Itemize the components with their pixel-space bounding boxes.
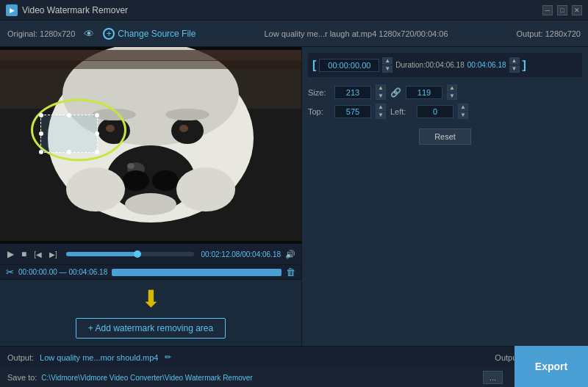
start-time-up[interactable]: ▲ [382, 57, 392, 65]
width-input[interactable] [334, 86, 371, 99]
edit-icon[interactable]: ✏ [165, 352, 171, 362]
left-spinner: ▲ ▼ [458, 104, 468, 119]
right-bracket: ] [523, 59, 526, 72]
time-display: 00:02:12.08/00:04:06.18 [201, 250, 281, 258]
browse-button[interactable]: ... [483, 371, 503, 384]
handle-ml[interactable] [39, 131, 43, 136]
width-down[interactable]: ▼ [376, 93, 386, 100]
content-area: ▶ ■ [◀ ▶] 00:02:12.08/00:04:06.18 🔊 ✂ 00… [0, 47, 588, 387]
progress-fill [66, 252, 137, 256]
handle-mr[interactable] [95, 131, 99, 136]
start-time-input[interactable] [319, 59, 379, 72]
save-path: C:\Vidmore\Vidmore Video Converter\Video… [41, 374, 478, 382]
svg-point-15 [165, 109, 209, 120]
handle-br[interactable] [95, 150, 99, 154]
export-button[interactable]: Export [514, 346, 588, 387]
size-row: Size: ▲ ▼ 🔗 ▲ ▼ [308, 84, 582, 100]
position-row: Top: ▲ ▼ Left: ▲ ▼ [308, 104, 582, 119]
left-up[interactable]: ▲ [458, 104, 468, 111]
plus-circle-icon: + [103, 28, 115, 40]
save-bar: Save to: C:\Vidmore\Vidmore Video Conver… [0, 368, 588, 387]
right-panel: [ ▲ ▼ Duration:00:04:06.18 00:04:06.18 ▲… [301, 47, 588, 346]
height-up[interactable]: ▲ [447, 84, 457, 92]
bottom-left-panel: ⬇ + Add watermark removing area [0, 279, 301, 346]
height-input[interactable] [406, 86, 442, 99]
top-label: Top: [308, 107, 330, 116]
eye-icon[interactable]: 👁 [84, 28, 94, 40]
handle-tr[interactable] [95, 113, 99, 117]
left-input[interactable] [417, 105, 453, 118]
width-spinner: ▲ ▼ [376, 84, 386, 100]
left-bracket: [ [312, 59, 316, 72]
start-time-down[interactable]: ▼ [382, 65, 392, 73]
svg-point-11 [171, 117, 204, 144]
bottom-bar: Output: Low quality me...mor should.mp4 … [0, 346, 588, 368]
controls-row: ▶ ■ [◀ ▶] 00:02:12.08/00:04:06.18 🔊 [0, 244, 301, 264]
end-time-up[interactable]: ▲ [509, 57, 520, 65]
window-controls: ─ □ ✕ [542, 5, 582, 15]
frame-back-button[interactable]: [◀ [32, 250, 43, 258]
stop-button[interactable]: ■ [20, 249, 28, 259]
close-button[interactable]: ✕ [572, 5, 582, 15]
minimize-button[interactable]: ─ [542, 5, 553, 15]
app-icon: ▶ [6, 4, 18, 16]
time-range-row: [ ▲ ▼ Duration:00:04:06.18 00:04:06.18 ▲… [308, 53, 582, 77]
selection-box[interactable] [40, 115, 98, 153]
handle-bl[interactable] [39, 150, 43, 154]
top-down[interactable]: ▼ [376, 112, 386, 119]
top-input[interactable] [334, 105, 371, 118]
volume-icon[interactable]: 🔊 [285, 250, 295, 259]
height-spinner: ▲ ▼ [447, 84, 457, 100]
handle-bm[interactable] [67, 150, 71, 154]
middle-section: ▶ ■ [◀ ▶] 00:02:12.08/00:04:06.18 🔊 ✂ 00… [0, 47, 588, 346]
height-down[interactable]: ▼ [447, 93, 457, 100]
start-time-spinner: ▲ ▼ [382, 57, 392, 73]
handle-tm[interactable] [67, 113, 71, 117]
add-watermark-area-button[interactable]: + Add watermark removing area [76, 318, 226, 339]
app-title: Video Watermark Remover [22, 5, 542, 15]
segment-time: 00:00:00.00 — 00:04:06.18 [18, 268, 107, 276]
segment-icon: ✂ [6, 267, 14, 278]
change-source-label: Change Source File [118, 29, 196, 39]
output-label: Output: [7, 353, 34, 362]
progress-thumb [134, 250, 141, 258]
progress-bar[interactable] [66, 252, 194, 256]
link-icon[interactable]: 🔗 [390, 87, 401, 98]
file-info: Low quality me...r laugh at.mp4 1280x720… [204, 29, 507, 38]
change-source-button[interactable]: + Change Source File [103, 28, 196, 40]
arrow-down-icon: ⬇ [141, 287, 161, 311]
maximize-button[interactable]: □ [557, 5, 567, 15]
end-time-down[interactable]: ▼ [509, 65, 520, 73]
param-rows: Size: ▲ ▼ 🔗 ▲ ▼ Top: [308, 82, 582, 148]
svg-point-16 [66, 167, 125, 211]
end-time-spinner: ▲ ▼ [509, 57, 520, 73]
reset-button[interactable]: Reset [419, 129, 471, 145]
output-info: Output: 1280x720 [517, 29, 581, 38]
segment-bar: ✂ 00:00:00.00 — 00:04:06.18 🗑 [0, 264, 301, 279]
original-label: Original: 1280x720 [7, 29, 75, 38]
duration-label: Duration:00:04:06.18 [395, 61, 464, 69]
svg-rect-20 [0, 60, 301, 69]
play-button[interactable]: ▶ [6, 249, 15, 259]
svg-point-7 [127, 163, 135, 169]
left-section: ▶ ■ [◀ ▶] 00:02:12.08/00:04:06.18 🔊 ✂ 00… [0, 47, 301, 346]
frame-forward-button[interactable]: ▶] [48, 250, 59, 258]
delete-icon[interactable]: 🗑 [286, 267, 295, 278]
size-label: Size: [308, 88, 330, 97]
duration-value: 00:04:06.18 [467, 61, 506, 69]
top-up[interactable]: ▲ [376, 104, 386, 111]
output-file: Low quality me...mor should.mp4 [40, 353, 158, 362]
left-label: Left: [390, 107, 412, 116]
handle-tl[interactable] [39, 113, 43, 117]
width-up[interactable]: ▲ [376, 84, 386, 92]
svg-point-9 [152, 170, 179, 191]
top-spinner: ▲ ▼ [376, 104, 386, 119]
svg-point-17 [176, 167, 235, 211]
svg-point-13 [179, 125, 188, 132]
svg-rect-19 [0, 50, 301, 61]
segment-range [112, 269, 282, 276]
top-bar: Original: 1280x720 👁 + Change Source Fil… [0, 21, 588, 47]
video-area [0, 47, 301, 244]
left-down[interactable]: ▼ [458, 112, 468, 119]
svg-point-8 [123, 170, 149, 191]
